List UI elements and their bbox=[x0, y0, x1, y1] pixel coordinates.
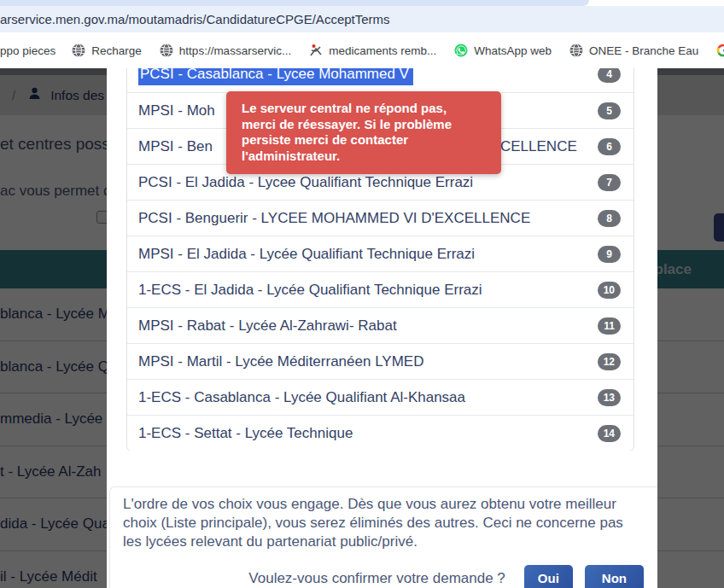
confirm-dialog: L'ordre de vos choix vous engage. Dès qu… bbox=[109, 486, 657, 588]
globe-icon bbox=[72, 44, 85, 57]
rank-badge: 6 bbox=[598, 138, 621, 155]
choice-label-selected: PCSI - Casablanca - Lycee Mohammed V bbox=[138, 68, 413, 85]
choice-item[interactable]: MPSI - Martil - Lycée Méditerranéen LYME… bbox=[127, 343, 634, 379]
bookmark-massarservice[interactable]: https://massarservic... bbox=[160, 44, 291, 57]
tab-strip bbox=[0, 0, 724, 6]
rank-badge: 14 bbox=[598, 425, 621, 442]
rank-badge: 11 bbox=[598, 317, 621, 335]
confirm-question: Voulez-vous confirmer votre demande ? bbox=[248, 570, 505, 587]
no-button[interactable]: Non bbox=[585, 565, 644, 588]
rank-badge: 5 bbox=[598, 102, 621, 119]
whatsapp-icon bbox=[454, 44, 468, 57]
browser-window: arservice.men.gov.ma/moutamadris/Candida… bbox=[0, 0, 724, 588]
bookmark-medicaments[interactable]: medicaments remb... bbox=[309, 44, 436, 57]
rank-badge: 4 bbox=[598, 68, 621, 83]
engagement-note: L'ordre de vos choix vous engage. Dès qu… bbox=[123, 495, 644, 551]
address-bar[interactable]: arservice.men.gov.ma/moutamadris/Candida… bbox=[0, 6, 724, 32]
bookmark-onee[interactable]: ONEE - Branche Eau bbox=[569, 44, 698, 57]
bookmark-google[interactable]: Google bbox=[716, 44, 724, 57]
globe-icon bbox=[569, 44, 583, 57]
confirm-row: Voulez-vous confirmer votre demande ? Ou… bbox=[123, 565, 644, 588]
rank-badge: 8 bbox=[598, 210, 621, 227]
page-area: / Infos des p et centres possib ac vous … bbox=[0, 68, 724, 588]
globe-icon bbox=[160, 44, 173, 57]
bookmarks-bar: ppo pieces Recharge https://massarservic… bbox=[0, 32, 724, 68]
choice-item[interactable]: MPSI - Rabat - Lycée Al-Zahrawi- Rabat 1… bbox=[127, 307, 634, 343]
choice-item[interactable]: PCSI - Benguerir - LYCEE MOHAMMED VI D'E… bbox=[127, 200, 634, 236]
bookmark-recharge[interactable]: Recharge bbox=[72, 44, 142, 57]
google-icon bbox=[716, 44, 724, 57]
choice-label-fragment: CELLENCE bbox=[500, 138, 577, 155]
rank-badge: 10 bbox=[598, 282, 621, 299]
url-text[interactable]: arservice.men.gov.ma/moutamadris/Candida… bbox=[0, 12, 390, 26]
rank-badge: 13 bbox=[598, 389, 621, 406]
choice-item[interactable]: 1-ECS - Settat - Lycée Technique 14 bbox=[127, 415, 634, 451]
rank-badge: 9 bbox=[598, 246, 621, 263]
choice-item[interactable]: MPSI - El Jadida - Lycée Qualifiant Tech… bbox=[127, 236, 634, 271]
choice-item[interactable]: 1-ECS - Casablanca - Lycée Qualifiant Al… bbox=[127, 379, 634, 415]
active-tab-edge[interactable] bbox=[0, 0, 589, 6]
server-error-tooltip: Le serveur central ne répond pas, merci … bbox=[226, 91, 501, 174]
choice-item[interactable]: 1-ECS - El Jadida - Lycée Qualifiant Tec… bbox=[127, 271, 634, 307]
rank-badge: 12 bbox=[598, 353, 621, 370]
rank-badge: 7 bbox=[598, 174, 621, 191]
choice-item[interactable]: PCSI - Casablanca - Lycee Mohammed V 4 bbox=[127, 68, 634, 92]
yes-button[interactable]: Oui bbox=[524, 565, 573, 588]
confirm-modal: PCSI - Casablanca - Lycee Mohammed V 4 M… bbox=[107, 68, 657, 588]
figure-icon bbox=[309, 44, 323, 57]
bookmark-ppo-pieces[interactable]: ppo pieces bbox=[0, 44, 55, 57]
bookmark-whatsapp[interactable]: WhatsApp web bbox=[454, 44, 552, 57]
